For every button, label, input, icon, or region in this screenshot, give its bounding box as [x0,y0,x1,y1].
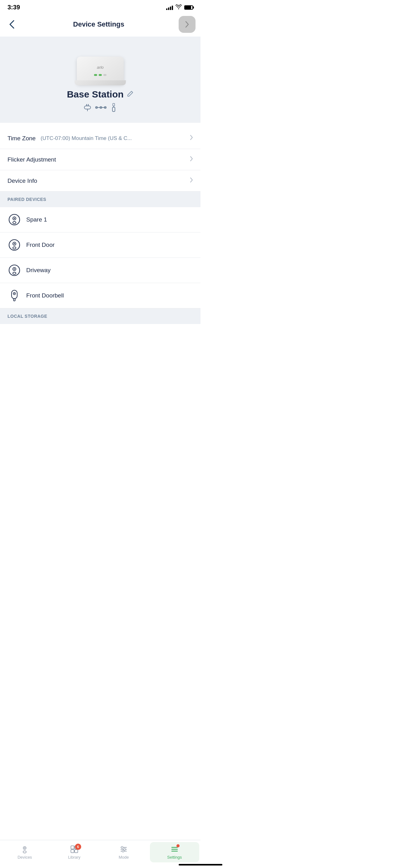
svg-point-12 [14,218,15,219]
edit-icon[interactable] [127,90,134,99]
nav-bar: Device Settings [0,13,201,36]
indicator-light-3 [103,74,106,76]
svg-rect-13 [13,221,16,224]
wifi-icon [175,4,182,11]
svg-rect-21 [13,272,16,274]
local-storage-header: LOCAL STORAGE [0,308,201,324]
driveway-label: Driveway [26,267,51,274]
spare1-icon [7,213,21,226]
status-icons [166,4,193,11]
paired-devices-header-text: PAIRED DEVICES [7,197,46,202]
flicker-row[interactable]: Flicker Adjustment [0,149,201,170]
status-time: 3:39 [7,4,20,11]
flicker-chevron-icon [190,156,193,163]
paired-device-driveway[interactable]: Driveway [0,258,201,283]
device-image: arlo [75,46,125,84]
settings-section: Time Zone (UTC-07:00) Mountain Time (US … [0,128,201,191]
flicker-label: Flicker Adjustment [7,156,56,163]
frontdoorbell-label: Front Doorbell [26,292,64,299]
signal-bars-icon [166,5,173,10]
svg-rect-25 [13,299,15,301]
device-status-icons [83,103,117,114]
device-hero: arlo Base Station [0,36,201,123]
device-info-label: Device Info [7,178,37,184]
frontdoor-icon [7,238,21,252]
svg-rect-8 [113,103,114,106]
timezone-row[interactable]: Time Zone (UTC-07:00) Mountain Time (US … [0,128,201,149]
indicator-light-1 [94,74,97,76]
battery-icon [184,5,193,10]
svg-rect-7 [112,107,115,112]
device-name: Base Station [67,89,124,100]
forward-button[interactable] [179,16,196,33]
spare1-label: Spare 1 [26,216,47,223]
usb-icon [110,103,117,114]
paired-devices-header: PAIRED DEVICES [0,191,201,207]
page-title: Device Settings [19,20,179,28]
paired-device-frontdoor[interactable]: Front Door [0,232,201,258]
paired-devices-list: Spare 1 Front Door [0,207,201,308]
svg-point-20 [14,269,15,270]
power-icon [83,103,92,114]
back-button[interactable] [5,18,19,31]
svg-rect-17 [13,247,16,249]
timezone-label: Time Zone [7,135,36,142]
driveway-icon [7,264,21,277]
device-name-row: Base Station [67,89,134,100]
frontdoorbell-icon [7,289,21,303]
local-storage-content [0,324,201,337]
timezone-chevron-icon [190,135,193,142]
paired-device-spare1[interactable]: Spare 1 [0,207,201,232]
device-info-row[interactable]: Device Info [0,170,201,191]
svg-point-24 [14,293,15,294]
status-bar: 3:39 [0,0,201,13]
paired-device-frontdoorbell[interactable]: Front Doorbell [0,283,201,308]
device-info-chevron-icon [190,177,193,184]
timezone-value: (UTC-07:00) Mountain Time (US & C... [41,135,132,142]
indicator-light-2 [99,74,102,76]
frontdoor-label: Front Door [26,242,55,248]
brand-label: arlo [97,65,104,70]
connection-icon [95,104,106,113]
svg-point-16 [14,243,15,244]
local-storage-header-text: LOCAL STORAGE [7,314,47,319]
device-base [75,80,126,85]
